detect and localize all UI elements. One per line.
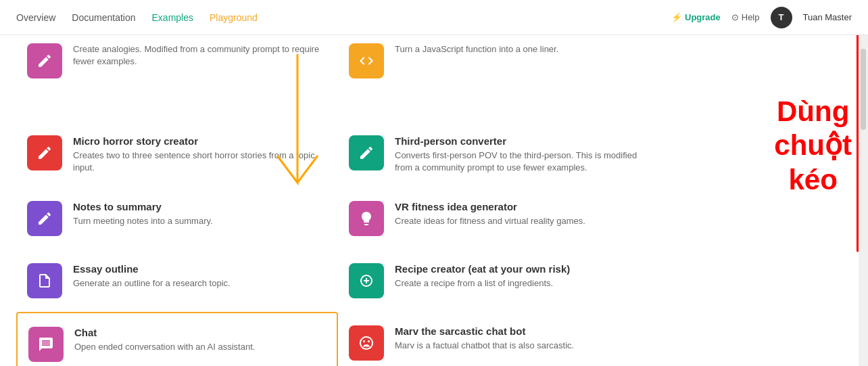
item-description: Turn a JavaScript function into a one li… bbox=[395, 43, 558, 55]
list-item[interactable]: Essay outline Generate an outline for a … bbox=[16, 250, 338, 312]
list-item-chat[interactable]: Chat Open ended conversation with an AI … bbox=[16, 312, 338, 366]
item-icon bbox=[27, 263, 62, 298]
list-item[interactable]: Turn a JavaScript function into a one li… bbox=[338, 35, 660, 87]
list-item[interactable]: Marv the sarcastic chat bot Marv is a fa… bbox=[338, 312, 660, 366]
list-item[interactable]: Micro horror story creator Creates two t… bbox=[16, 122, 338, 187]
item-icon bbox=[349, 135, 384, 170]
item-title: Recipe creator (eat at your own risk) bbox=[395, 263, 570, 275]
nav-playground[interactable]: Playground bbox=[210, 12, 258, 23]
item-content: Create analogies. Modified from a commun… bbox=[73, 43, 327, 68]
upgrade-label: Upgrade bbox=[685, 12, 721, 22]
user-name[interactable]: Tuan Master bbox=[803, 12, 852, 22]
list-item[interactable]: Create analogies. Modified from a commun… bbox=[16, 35, 338, 87]
item-description: Marv is a factual chatbot that is also s… bbox=[395, 340, 574, 352]
item-title: Chat bbox=[74, 327, 255, 338]
item-content: Turn a JavaScript function into a one li… bbox=[395, 43, 558, 55]
item-content: Essay outline Generate an outline for a … bbox=[73, 263, 231, 290]
item-title: Marv the sarcastic chat bot bbox=[395, 325, 574, 337]
item-title: VR fitness idea generator bbox=[395, 201, 585, 212]
item-description: Create ideas for fitness and virtual rea… bbox=[395, 215, 585, 227]
item-description: Create analogies. Modified from a commun… bbox=[73, 43, 327, 68]
item-content: Micro horror story creator Creates two t… bbox=[73, 135, 327, 174]
top-partial-row: Create analogies. Modified from a commun… bbox=[0, 35, 676, 87]
item-content: Recipe creator (eat at your own risk) Cr… bbox=[395, 263, 570, 290]
scrollbar[interactable] bbox=[859, 35, 868, 366]
examples-grid: Micro horror story creator Creates two t… bbox=[0, 122, 676, 366]
item-icon bbox=[349, 263, 384, 298]
item-description: Create a recipe from a list of ingredien… bbox=[395, 277, 570, 290]
item-content: Third-person converter Converts first-pe… bbox=[395, 135, 649, 174]
avatar[interactable]: T bbox=[771, 7, 792, 28]
item-icon bbox=[28, 327, 64, 362]
item-icon bbox=[27, 43, 62, 78]
item-icon bbox=[349, 43, 384, 78]
item-content: Marv the sarcastic chat bot Marv is a fa… bbox=[395, 325, 574, 352]
scrollbar-thumb[interactable] bbox=[861, 49, 866, 130]
navigation: Overview Documentation Examples Playgrou… bbox=[0, 0, 868, 35]
nav-links: Overview Documentation Examples Playgrou… bbox=[16, 12, 671, 23]
nav-right: ⚡ Upgrade ⊙ Help T Tuan Master bbox=[671, 7, 852, 28]
upgrade-button[interactable]: ⚡ Upgrade bbox=[671, 12, 721, 22]
item-title: Essay outline bbox=[73, 263, 231, 275]
item-description: Generate an outline for a research topic… bbox=[73, 277, 231, 290]
item-icon bbox=[27, 135, 62, 170]
left-column: Micro horror story creator Creates two t… bbox=[16, 122, 338, 366]
help-circle-icon: ⊙ bbox=[731, 12, 739, 22]
list-item[interactable]: Recipe creator (eat at your own risk) Cr… bbox=[338, 250, 660, 312]
item-content: VR fitness idea generator Create ideas f… bbox=[395, 201, 585, 227]
item-icon bbox=[27, 201, 62, 236]
item-description: Open ended conversation with an AI assis… bbox=[74, 341, 255, 353]
item-icon bbox=[349, 201, 384, 236]
nav-overview[interactable]: Overview bbox=[16, 12, 55, 23]
item-content: Notes to summary Turn meeting notes into… bbox=[73, 201, 213, 227]
item-title: Third-person converter bbox=[395, 135, 649, 147]
nav-documentation[interactable]: Documentation bbox=[72, 12, 135, 23]
help-label: Help bbox=[742, 12, 760, 22]
annotation-text: Dùngchuộtkéo bbox=[774, 95, 852, 197]
item-description: Converts first-person POV to the third-p… bbox=[395, 150, 649, 174]
item-icon bbox=[349, 325, 384, 361]
list-item[interactable]: VR fitness idea generator Create ideas f… bbox=[338, 187, 660, 250]
nav-examples[interactable]: Examples bbox=[152, 12, 193, 23]
right-column: Third-person converter Converts first-pe… bbox=[338, 122, 660, 366]
item-title: Micro horror story creator bbox=[73, 135, 327, 147]
item-title: Notes to summary bbox=[73, 201, 213, 212]
list-item[interactable]: Third-person converter Converts first-pe… bbox=[338, 122, 660, 187]
item-description: Creates two to three sentence short horr… bbox=[73, 150, 327, 174]
list-item[interactable]: Notes to summary Turn meeting notes into… bbox=[16, 187, 338, 250]
red-right-border bbox=[857, 35, 859, 252]
help-button[interactable]: ⊙ Help bbox=[731, 12, 760, 22]
lightning-icon: ⚡ bbox=[671, 12, 682, 22]
item-content: Chat Open ended conversation with an AI … bbox=[74, 327, 255, 353]
item-description: Turn meeting notes into a summary. bbox=[73, 215, 213, 227]
